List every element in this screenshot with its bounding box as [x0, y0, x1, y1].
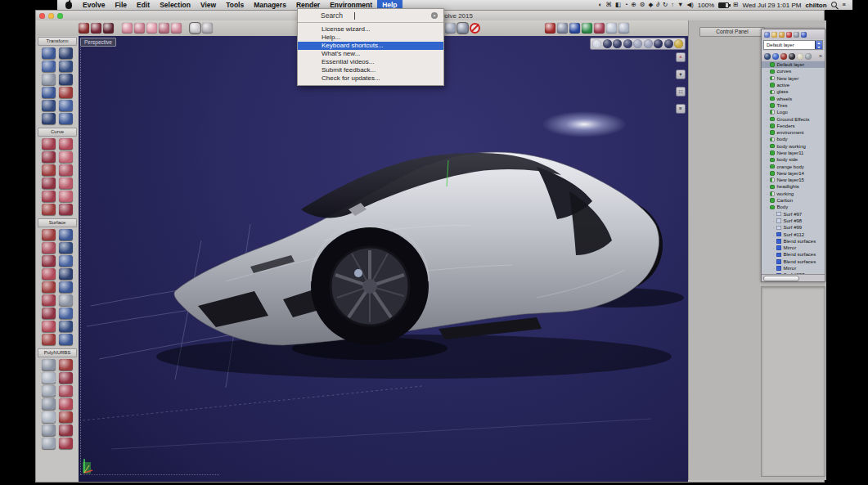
- menu-item[interactable]: Selection: [155, 0, 196, 10]
- layer-row[interactable]: · Surf #112: [762, 231, 825, 237]
- snap-point-icon[interactable]: [134, 23, 145, 34]
- layer-visibility-icon[interactable]: [770, 110, 775, 115]
- layer-row[interactable]: · Surf #99: [762, 224, 825, 231]
- material-icon[interactable]: [569, 23, 580, 34]
- layer-row[interactable]: · Surf #98: [762, 218, 825, 224]
- help-menu-item[interactable]: Essential videos...: [298, 58, 443, 66]
- previous-view-icon[interactable]: [633, 39, 642, 48]
- tool-icon[interactable]: [42, 438, 56, 449]
- tool-icon[interactable]: [42, 191, 56, 202]
- layer-row[interactable]: · Surf #97: [762, 211, 825, 218]
- layer-visibility-icon[interactable]: [776, 253, 781, 258]
- tool-icon[interactable]: [59, 359, 73, 370]
- meshes-filter-icon[interactable]: [789, 53, 795, 60]
- layer-row[interactable]: · Ground Effects: [762, 115, 825, 122]
- app-status-icon-5[interactable]: ∂: [656, 0, 659, 10]
- tool-icon[interactable]: [42, 398, 56, 410]
- layer-row[interactable]: · New layer11: [762, 150, 825, 156]
- apple-menu-icon[interactable]: [65, 2, 72, 9]
- layer-visibility-icon[interactable]: [770, 185, 775, 190]
- layer-row[interactable]: · Default layer: [762, 61, 825, 68]
- materials-filter-icon[interactable]: [805, 53, 812, 60]
- tool-icon[interactable]: [42, 177, 56, 189]
- menu-bar-user[interactable]: chilton: [805, 2, 826, 9]
- tool-icon[interactable]: [59, 229, 73, 240]
- tool-icon[interactable]: [59, 138, 73, 150]
- upload-status-icon[interactable]: ↑: [671, 0, 674, 10]
- layer-visibility-icon[interactable]: [770, 123, 775, 128]
- select-tool-icon[interactable]: [190, 23, 200, 34]
- tool-icon[interactable]: [59, 385, 73, 397]
- app-status-icon-3[interactable]: ⊕: [631, 0, 636, 10]
- tool-icon[interactable]: [59, 334, 73, 345]
- tool-icon[interactable]: [42, 87, 56, 98]
- overflow-icon[interactable]: »: [819, 53, 822, 60]
- app-status-icon-4[interactable]: ◆: [648, 0, 653, 10]
- layer-visibility-icon[interactable]: [770, 90, 775, 95]
- tool-icon[interactable]: [42, 138, 56, 150]
- tool-icon[interactable]: [42, 372, 56, 384]
- layer-row[interactable]: · Blend surfaces: [762, 238, 825, 245]
- layer-visibility-icon[interactable]: [776, 218, 781, 223]
- layer-row[interactable]: · body working: [762, 143, 825, 150]
- camera-view-icon[interactable]: [654, 39, 663, 48]
- menu-item[interactable]: Tools: [221, 0, 249, 10]
- tool-icon[interactable]: [59, 438, 73, 449]
- scrollbar-thumb[interactable]: [763, 276, 799, 281]
- layer-row[interactable]: · curves: [762, 68, 825, 74]
- tool-icon[interactable]: [42, 268, 56, 280]
- help-menu-item[interactable]: Help...: [298, 34, 443, 42]
- tool-icon[interactable]: [59, 177, 73, 189]
- layer-visibility-icon[interactable]: [776, 245, 781, 250]
- menu-item[interactable]: File: [110, 0, 132, 10]
- layer-row[interactable]: · Mirror: [762, 265, 825, 272]
- layer-visibility-icon[interactable]: [770, 158, 775, 163]
- open-model-icon[interactable]: [79, 23, 89, 34]
- tool-icon[interactable]: [42, 424, 56, 436]
- tool-icon[interactable]: [59, 74, 73, 85]
- tool-icon[interactable]: [42, 74, 56, 85]
- tool-icon[interactable]: [42, 229, 56, 240]
- layer-row[interactable]: · wheels: [762, 95, 825, 101]
- tool-icon[interactable]: [59, 411, 73, 423]
- layer-visibility-icon[interactable]: [776, 226, 781, 231]
- notification-center-icon[interactable]: ≡: [843, 0, 846, 10]
- render-sphere-icon[interactable]: [103, 23, 114, 34]
- dropbox-status-icon[interactable]: ◧: [615, 0, 621, 10]
- settings-status-icon[interactable]: ⚙: [640, 0, 645, 10]
- help-menu-item[interactable]: Keyboard shortcuts...: [298, 42, 443, 50]
- snap-grid-icon[interactable]: [122, 23, 133, 34]
- curves-filter-icon[interactable]: [780, 53, 787, 60]
- tool-icon[interactable]: [59, 424, 73, 436]
- layer-visibility-icon[interactable]: [770, 164, 775, 169]
- tool-icon[interactable]: [42, 151, 56, 163]
- tool-icon[interactable]: [59, 294, 73, 306]
- render-icon[interactable]: [545, 23, 555, 34]
- layer-row[interactable]: · working: [762, 191, 825, 197]
- expand-panel-icon[interactable]: □: [676, 87, 686, 97]
- palette-section-curve[interactable]: Curve: [38, 128, 77, 137]
- tool-icon[interactable]: [59, 321, 73, 332]
- tool-icon[interactable]: [42, 61, 56, 72]
- layer-row[interactable]: · New layer14: [762, 170, 825, 177]
- next-view-icon[interactable]: [644, 39, 653, 48]
- tool-icon[interactable]: [59, 255, 73, 267]
- palette-section-surface[interactable]: Surface: [38, 218, 77, 227]
- layer-row[interactable]: · glass: [762, 88, 825, 95]
- help-menu-item[interactable]: License wizard...: [298, 25, 443, 34]
- layer-visibility-icon[interactable]: [770, 177, 775, 182]
- layer-row[interactable]: · body: [762, 136, 825, 142]
- layer-visibility-icon[interactable]: [770, 103, 775, 108]
- layer-visibility-icon[interactable]: [770, 150, 775, 155]
- panel-grid-icon[interactable]: [618, 23, 629, 34]
- tool-icon[interactable]: [42, 242, 56, 254]
- layer-row[interactable]: · Mirror: [762, 245, 825, 251]
- tool-icon[interactable]: [59, 164, 73, 176]
- spotlight-search-icon[interactable]: [831, 2, 839, 9]
- layer-row[interactable]: · active: [762, 82, 825, 88]
- tool-icon[interactable]: [59, 398, 73, 410]
- viewport-3d[interactable]: Perspective ×▾□≡: [79, 36, 688, 482]
- wifi-status-icon[interactable]: ▼: [677, 0, 683, 10]
- zoom-view-icon[interactable]: [613, 39, 622, 48]
- tool-icon[interactable]: [59, 268, 73, 280]
